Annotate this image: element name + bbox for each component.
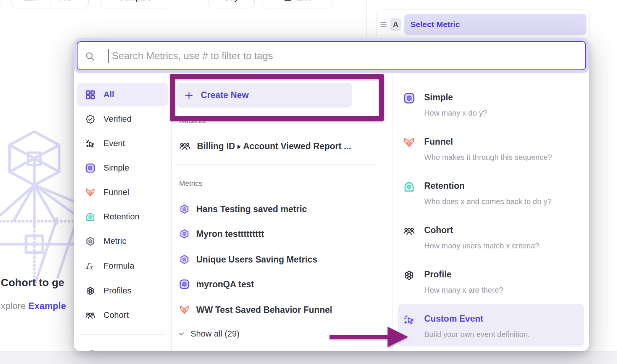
- simple-icon: [179, 279, 190, 290]
- metric-row-card: A Select Metric: [376, 10, 590, 39]
- recents-metrics-divider: [174, 164, 375, 165]
- type-title: Custom Event: [424, 313, 530, 324]
- type-title: Profile: [424, 269, 503, 280]
- line-chart-type-button[interactable]: Line: [262, 0, 333, 8]
- day-granularity-button[interactable]: Day: [208, 0, 255, 8]
- range-ytd-label: YTD: [58, 0, 73, 2]
- metric-list-item[interactable]: Myron testtttttttt: [179, 226, 264, 242]
- metric-icon: [85, 236, 95, 246]
- simple-icon: [85, 163, 95, 173]
- type-option-cohort[interactable]: Cohort How many users match x criteria?: [403, 224, 583, 251]
- sidebar-item-cohort[interactable]: Cohort: [74, 303, 171, 327]
- show-all-button[interactable]: Show all (29): [178, 327, 239, 341]
- type-option-retention[interactable]: Retention Who does x and comes back to d…: [403, 180, 583, 207]
- compare-button[interactable]: Compare: [100, 0, 170, 8]
- event-icon: [85, 139, 95, 149]
- create-new-button[interactable]: Create New: [176, 83, 352, 108]
- select-metric-field[interactable]: Select Metric: [404, 14, 586, 35]
- series-a-badge: A: [390, 18, 401, 31]
- show-all-label: Show all (29): [191, 329, 239, 339]
- compare-label: Compare: [119, 0, 152, 2]
- custom-event-icon: [403, 314, 415, 325]
- sidebar-item-funnel[interactable]: Funnel: [74, 180, 171, 204]
- plus-icon: [184, 90, 194, 100]
- type-title: Funnel: [424, 136, 552, 147]
- metric-search-box: [77, 41, 586, 70]
- retention-icon: [403, 181, 415, 193]
- sidebar-item-partial[interactable]: T: [74, 337, 171, 351]
- sidebar-item-retention[interactable]: Retention: [74, 205, 171, 229]
- types-divider: [392, 75, 393, 351]
- breadcrumb-arrow-icon: [237, 145, 241, 149]
- screen: 12M YTD Compare Day Line A Select Metric…: [0, 0, 617, 364]
- sidebar-item-formula[interactable]: Formula: [74, 254, 171, 278]
- type-option-funnel[interactable]: Funnel Who makes it through this sequenc…: [403, 136, 583, 163]
- profiles-icon: [403, 269, 415, 281]
- funnel-icon: [403, 137, 415, 148]
- example-reports-link[interactable]: Example: [28, 301, 66, 311]
- sidebar-item-profiles[interactable]: Profiles: [74, 279, 171, 303]
- search-input[interactable]: [111, 42, 581, 69]
- line-label: Line: [296, 0, 312, 2]
- sidebar-item-label-fragment: T: [103, 350, 109, 351]
- sidebar-item-label: Profiles: [103, 286, 131, 296]
- funnel-icon: [85, 187, 95, 198]
- funnel-icon: [179, 304, 190, 315]
- range-ytd-button[interactable]: YTD: [50, 0, 89, 8]
- metric-list-item[interactable]: myronQA test: [179, 277, 254, 292]
- sidebar-item-label: Formula: [103, 261, 134, 271]
- type-subtitle: How many x are there?: [424, 285, 503, 295]
- recent-item-billing[interactable]: Billing IDAccount Viewed Report ...: [179, 139, 351, 154]
- line-chart-icon: [283, 0, 292, 2]
- saved-metric-icon: [179, 204, 190, 214]
- empty-state-subtext: xplore Example: [1, 301, 66, 311]
- day-label: Day: [225, 0, 239, 2]
- sidebar-item-label: Verified: [103, 114, 131, 124]
- page-bottom-strip: [0, 351, 617, 364]
- partial-left-button[interactable]: [0, 0, 2, 8]
- metric-item-label: WW Test Saved Behavior Funnel: [196, 305, 332, 315]
- empty-state-illustration: [0, 126, 76, 290]
- profiles-icon: [85, 286, 95, 296]
- type-title: Retention: [424, 180, 552, 192]
- metric-list-item[interactable]: WW Test Saved Behavior Funnel: [179, 302, 332, 317]
- sidebar-item-event[interactable]: Event: [74, 132, 171, 155]
- date-range-group: 12M YTD: [11, 0, 89, 8]
- metric-list-item[interactable]: Hans Testing saved metric: [179, 201, 307, 217]
- sidebar-item-verified[interactable]: Verified: [74, 107, 171, 131]
- sidebar-item-label: Metric: [103, 236, 126, 246]
- retention-icon: [85, 212, 95, 222]
- sidebar-item-metric[interactable]: Metric: [74, 229, 171, 253]
- cohort-icon: [179, 140, 191, 152]
- saved-metric-icon: [179, 229, 190, 239]
- sidebar-item-label: Cohort: [103, 310, 129, 320]
- type-option-simple[interactable]: Simple How many x do y?: [403, 92, 583, 118]
- sidebar-item-all[interactable]: All: [74, 83, 171, 106]
- sidebar-item-simple[interactable]: Simple: [74, 156, 171, 180]
- metrics-heading: Metrics: [179, 179, 202, 188]
- sidebar-section-divider: [79, 334, 164, 335]
- type-option-profile[interactable]: Profile How many x are there?: [403, 269, 583, 295]
- sidebar-divider: [171, 75, 172, 351]
- sidebar-item-label: Retention: [103, 212, 139, 222]
- tag-icon: [85, 350, 95, 351]
- metric-list-item[interactable]: Unique Users Saving Metrics: [179, 252, 317, 267]
- type-title: Simple: [424, 92, 487, 103]
- range-12m-button[interactable]: 12M: [12, 0, 50, 8]
- verified-icon: [85, 114, 95, 124]
- metric-item-label: Myron testtttttttt: [196, 229, 264, 239]
- search-icon: [85, 51, 95, 62]
- drag-handle-icon[interactable]: [380, 22, 387, 27]
- simple-icon: [403, 92, 415, 104]
- grid-icon: [85, 90, 95, 100]
- empty-state-heading-fragment: Cohort to ge: [1, 277, 64, 289]
- type-option-custom-event[interactable]: Custom Event Build your own event defini…: [403, 313, 583, 340]
- sidebar-item-label: Funnel: [103, 187, 129, 197]
- recent-item-label: Billing IDAccount Viewed Report ...: [197, 141, 351, 151]
- type-subtitle: Who does x and comes back to do y?: [424, 196, 552, 207]
- sidebar-item-label: Event: [103, 139, 125, 148]
- recents-heading: Recents: [179, 117, 206, 125]
- type-subtitle: How many x do y?: [424, 108, 487, 118]
- cohort-icon: [403, 225, 415, 237]
- metric-item-label: myronQA test: [196, 279, 254, 290]
